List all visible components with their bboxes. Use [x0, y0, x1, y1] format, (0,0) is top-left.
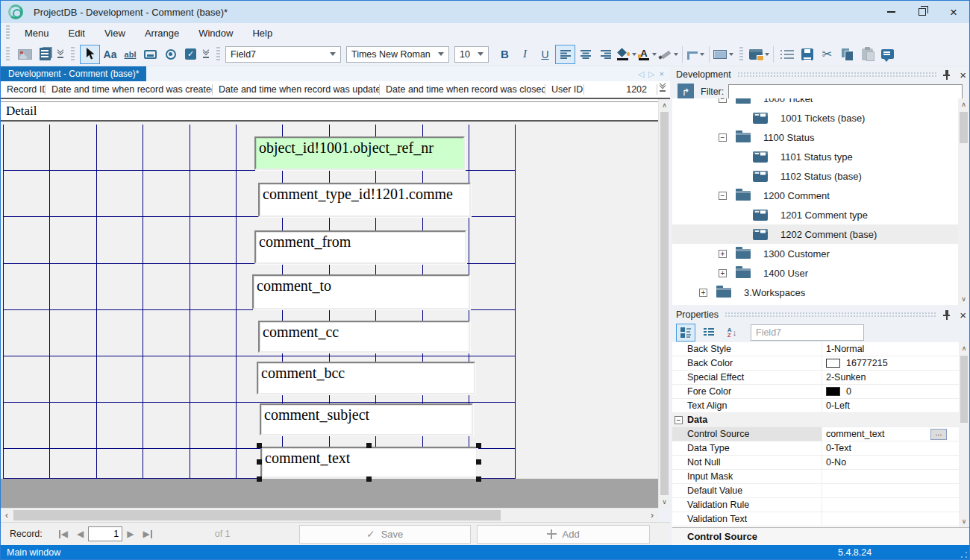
properties-panel-header[interactable]: Properties ×	[672, 306, 969, 323]
tree-expander-icon[interactable]: +	[699, 289, 707, 297]
form-field-comment-subject[interactable]: comment_subject	[260, 403, 473, 435]
toolbar-grip[interactable]	[6, 25, 10, 40]
tree-item-label[interactable]: 1300 Customer	[763, 248, 830, 259]
tree-item-label[interactable]: 1100 Status	[763, 132, 814, 143]
property-label[interactable]: Validation Rule	[672, 498, 822, 512]
tree-item-1102-status-base[interactable]: 1102 Status (base)	[672, 166, 969, 186]
scroll-up-icon[interactable]: ∧	[659, 99, 670, 111]
tree-expander-icon[interactable]: −	[719, 133, 727, 142]
tree-item-label[interactable]: 1202 Comment (base)	[780, 229, 877, 240]
record-number-input[interactable]	[88, 526, 122, 541]
categorized-view-button[interactable]	[676, 324, 695, 342]
selection-handle[interactable]	[257, 459, 262, 465]
option-tool-button[interactable]	[160, 45, 181, 64]
save-record-button[interactable]: ✓ Save	[299, 525, 471, 544]
title-bar[interactable]: ProjectDB - Development - Comment (base)…	[1, 1, 969, 23]
toolbar-grip[interactable]	[216, 47, 220, 62]
property-row-not-null[interactable]: Not Null0-No	[672, 456, 959, 470]
scroll-down-icon[interactable]: ∨	[659, 496, 670, 508]
paste-button[interactable]	[857, 45, 877, 64]
property-value[interactable]: comment_text...	[822, 427, 959, 441]
property-value[interactable]: 1-Normal	[822, 342, 959, 356]
field-list-button[interactable]	[777, 45, 797, 64]
tree-expander-icon[interactable]: +	[719, 250, 727, 258]
property-value[interactable]	[822, 512, 959, 526]
tree-item-1200-comment[interactable]: −1200 Comment	[672, 186, 969, 205]
property-label[interactable]: Fore Color	[672, 385, 822, 398]
toolbar-overflow-button[interactable]	[57, 50, 63, 58]
save-button[interactable]	[797, 45, 817, 64]
property-row-input-mask[interactable]: Input Mask	[672, 470, 959, 484]
selection-handle[interactable]	[476, 459, 481, 465]
scrollbar-thumb[interactable]	[960, 112, 968, 143]
resize-grip[interactable]	[960, 551, 968, 559]
button-tool-button[interactable]	[140, 45, 160, 64]
form-field-comment-cc[interactable]: comment_cc	[258, 321, 470, 353]
cut-button[interactable]: ✂	[817, 45, 837, 64]
scroll-down-icon[interactable]: ∨	[959, 515, 969, 527]
tab-scroll-left-icon[interactable]: ◁	[638, 69, 644, 79]
scroll-up-icon[interactable]: ∧	[959, 342, 969, 354]
tree-expander-icon[interactable]: −	[719, 98, 727, 103]
tab-scroll-right-icon[interactable]: ▷	[648, 69, 654, 79]
tree-item-1100-status[interactable]: −1100 Status	[672, 128, 969, 147]
toolbar-grip[interactable]	[739, 47, 743, 62]
tree-expander-icon[interactable]: +	[719, 269, 727, 277]
font-name-combobox[interactable]: Times New Roman	[346, 46, 449, 63]
property-row-fore-color[interactable]: Fore Color0	[672, 385, 959, 399]
tree-item-1400-user[interactable]: +1400 User	[672, 263, 969, 283]
property-label[interactable]: Validation Text	[672, 512, 822, 526]
align-right-button[interactable]	[595, 45, 616, 64]
tree-item-1101-status-type[interactable]: 1101 Status type	[672, 147, 969, 166]
list-view-button[interactable]	[699, 324, 719, 342]
detail-section-bar[interactable]: Detail	[1, 101, 658, 122]
property-label[interactable]: Special Effect	[672, 371, 822, 384]
canvas-horizontal-scrollbar[interactable]: ‹ ›	[1, 508, 658, 522]
selection-handle[interactable]	[257, 476, 262, 482]
font-color-button[interactable]: A	[637, 45, 657, 64]
properties-scrollbar[interactable]: ∧ ∨	[959, 342, 969, 527]
filter-go-button[interactable]: ↱	[678, 84, 694, 100]
toolbar-overflow-button[interactable]	[203, 50, 209, 58]
menu-arrange[interactable]: Arrange	[135, 23, 189, 43]
label-tool-button[interactable]: Aa	[100, 45, 120, 64]
property-row-back-color[interactable]: Back Color16777215	[672, 356, 959, 371]
selection-handle[interactable]	[366, 443, 372, 448]
scroll-right-icon[interactable]: ›	[646, 509, 658, 522]
shape-fill-button[interactable]	[713, 45, 734, 64]
tree-item-label[interactable]: 1102 Status (base)	[780, 171, 862, 182]
property-label[interactable]: Back Color	[672, 356, 822, 370]
property-row-control-source[interactable]: Control Sourcecomment_text...	[672, 427, 959, 441]
tree-scrollbar[interactable]: ∧ ∨	[958, 98, 969, 305]
property-label[interactable]: Input Mask	[672, 470, 822, 483]
form-view-button[interactable]	[748, 45, 770, 64]
column-header-record-id[interactable]: Record ID	[1, 81, 46, 98]
toolbar-grip[interactable]	[6, 47, 10, 62]
copy-button[interactable]	[837, 45, 857, 64]
first-record-button[interactable]: ◀	[59, 529, 68, 539]
sort-alphabetical-button[interactable]: AZ↓	[722, 324, 742, 342]
property-value[interactable]: 0-Text	[822, 441, 959, 455]
field-selector-combobox[interactable]: Field7	[225, 46, 341, 63]
form-field-comment-to[interactable]: comment_to	[252, 274, 470, 309]
italic-button[interactable]: I	[515, 45, 535, 64]
panel-close-icon[interactable]: ×	[960, 309, 966, 321]
tree-item-1001-tickets-base[interactable]: 1001 Tickets (base)	[672, 108, 969, 128]
column-header-date-and-time-when-record-was-updated[interactable]: Date and time when record was updated	[213, 81, 380, 98]
previous-record-button[interactable]: ◀	[77, 529, 84, 539]
next-record-button[interactable]: ▶	[127, 529, 134, 539]
properties-object-combobox[interactable]: Field7	[751, 324, 864, 341]
highlight-pen-button[interactable]	[657, 45, 679, 64]
canvas-vertical-scrollbar[interactable]: ∧ ∨	[658, 99, 670, 508]
panel-close-icon[interactable]: ×	[960, 69, 966, 81]
tree-expander-icon[interactable]: −	[719, 192, 727, 200]
fill-color-button[interactable]	[616, 45, 637, 64]
align-center-button[interactable]	[575, 45, 595, 64]
property-label[interactable]: Data Type	[672, 441, 822, 455]
checkbox-tool-button[interactable]: ✓	[181, 45, 201, 64]
close-button[interactable]: ×	[938, 1, 969, 23]
minimize-button[interactable]	[875, 1, 907, 23]
selection-handle[interactable]	[476, 476, 481, 482]
property-row-validation-text[interactable]: Validation Text	[672, 512, 959, 526]
selection-handle[interactable]	[476, 443, 481, 448]
